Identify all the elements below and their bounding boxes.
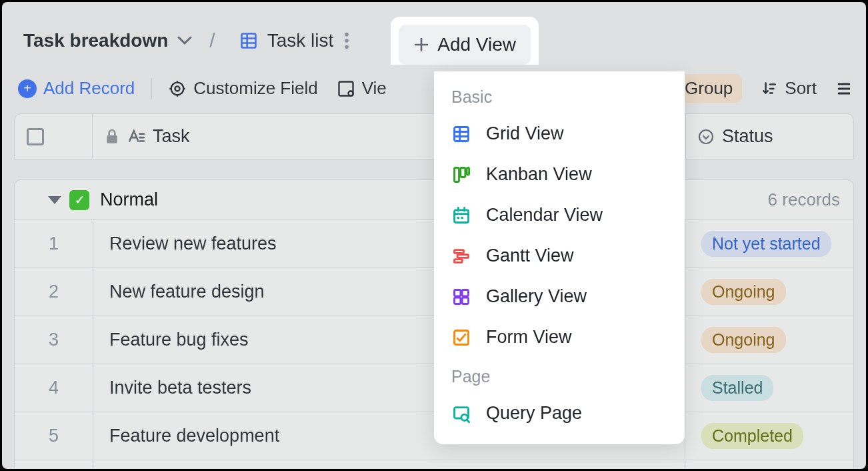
status-badge: Stalled (701, 375, 773, 401)
view-settings-label: Vie (362, 78, 387, 99)
tab-label: Task list (267, 30, 334, 51)
svg-point-5 (345, 39, 349, 43)
svg-rect-35 (455, 209, 469, 222)
status-badge: Not yet started (701, 231, 831, 257)
dropdown-item-gallery[interactable]: Gallery View (434, 276, 685, 317)
row-status[interactable]: Ongoing (685, 268, 853, 316)
status-badge: Ongoing (701, 327, 786, 353)
svg-rect-41 (455, 250, 464, 253)
dropdown-item-label: Query Page (486, 403, 582, 424)
svg-rect-42 (457, 254, 468, 258)
dropdown-item-label: Grid View (486, 123, 564, 144)
sort-icon (761, 80, 778, 97)
row-status[interactable]: Not yet started (685, 220, 853, 268)
svg-rect-33 (461, 167, 465, 177)
add-view-button[interactable]: Add View (399, 25, 531, 65)
svg-rect-34 (467, 167, 469, 175)
group-label: Group (685, 78, 733, 99)
dropdown-item-form[interactable]: Form View (434, 317, 685, 358)
add-view-label: Add View (437, 34, 516, 55)
select-all-checkbox[interactable] (27, 128, 44, 145)
gantt-icon (451, 246, 471, 266)
form-icon (451, 328, 471, 348)
column-header-status[interactable]: Status (686, 114, 854, 159)
dropdown-item-label: Form View (486, 327, 572, 348)
menu-icon (835, 79, 850, 98)
kanban-icon (451, 165, 471, 185)
svg-rect-45 (462, 290, 468, 296)
dropdown-item-kanban[interactable]: Kanban View (434, 154, 685, 195)
table-row[interactable]: 6 Integrate feedback data and priority C… (14, 460, 854, 469)
svg-point-9 (171, 82, 184, 95)
gallery-icon (451, 287, 471, 307)
dropdown-section-label: Basic (434, 78, 685, 113)
grid-icon (239, 31, 258, 50)
customize-field-button[interactable]: Customize Field (168, 78, 317, 99)
svg-point-6 (345, 45, 349, 49)
svg-point-4 (345, 33, 349, 37)
breadcrumb-title: Task breakdown (23, 30, 168, 51)
plus-icon (413, 37, 429, 53)
svg-point-39 (457, 216, 459, 219)
dropdown-item-gantt[interactable]: Gantt View (434, 235, 685, 276)
dropdown-item-query[interactable]: Query Page (434, 393, 685, 434)
sort-label: Sort (785, 78, 817, 99)
grid-icon (451, 124, 471, 144)
dropdown-item-grid[interactable]: Grid View (434, 113, 685, 154)
svg-rect-44 (455, 290, 461, 296)
group-button[interactable]: Group (675, 74, 742, 103)
group-name: Normal (100, 189, 158, 210)
view-settings-button[interactable]: Vie (337, 78, 387, 99)
column-task-label: Task (153, 126, 190, 147)
svg-rect-0 (241, 34, 255, 48)
row-number: 1 (15, 220, 93, 268)
row-status[interactable]: Completed (685, 460, 853, 469)
breadcrumb[interactable]: Task breakdown (23, 30, 204, 51)
status-badge: Completed (701, 423, 803, 449)
row-number: 2 (15, 268, 93, 316)
row-number: 6 (15, 460, 93, 469)
dropdown-item-calendar[interactable]: Calendar View (434, 195, 685, 235)
gear-icon (168, 79, 187, 98)
plus-circle-icon: + (18, 79, 37, 98)
dropdown-icon (698, 129, 714, 145)
svg-point-10 (175, 86, 180, 91)
svg-rect-46 (455, 298, 461, 304)
breadcrumb-separator: / (209, 29, 217, 52)
row-number: 5 (15, 412, 93, 460)
view-settings-icon (337, 79, 355, 98)
svg-rect-47 (462, 298, 468, 304)
add-view-dropdown: BasicGrid ViewKanban ViewCalendar ViewGa… (434, 71, 685, 444)
svg-rect-32 (455, 167, 459, 181)
row-number: 4 (15, 364, 93, 412)
dropdown-item-label: Gantt View (486, 246, 574, 266)
text-field-icon (127, 129, 145, 144)
add-record-button[interactable]: + Add Record (18, 78, 135, 99)
sort-button[interactable]: Sort (761, 78, 817, 99)
row-status[interactable]: Stalled (685, 364, 853, 412)
svg-point-16 (348, 91, 353, 95)
calendar-icon (451, 205, 471, 225)
row-title[interactable]: Integrate feedback data and priority (93, 460, 685, 469)
svg-rect-23 (107, 135, 117, 143)
tab-menu-icon[interactable] (344, 31, 349, 50)
dropdown-item-label: Kanban View (486, 164, 592, 185)
svg-line-51 (467, 420, 469, 422)
svg-point-40 (461, 216, 463, 219)
collapse-icon (48, 196, 61, 204)
row-number: 3 (15, 316, 93, 364)
lock-icon (105, 129, 119, 145)
row-status[interactable]: Completed (685, 412, 853, 460)
more-menu-button[interactable] (835, 79, 850, 98)
check-icon: ✓ (69, 190, 89, 210)
customize-field-label: Customize Field (193, 78, 317, 99)
svg-point-27 (699, 130, 713, 143)
tab-task-list[interactable]: Task list (223, 14, 366, 67)
column-status-label: Status (722, 126, 773, 147)
dropdown-item-label: Gallery View (486, 286, 587, 307)
svg-rect-28 (455, 127, 469, 141)
row-status[interactable]: Ongoing (685, 316, 853, 364)
status-badge: Ongoing (701, 279, 786, 305)
chevron-down-icon (177, 36, 192, 45)
svg-rect-43 (455, 259, 463, 262)
